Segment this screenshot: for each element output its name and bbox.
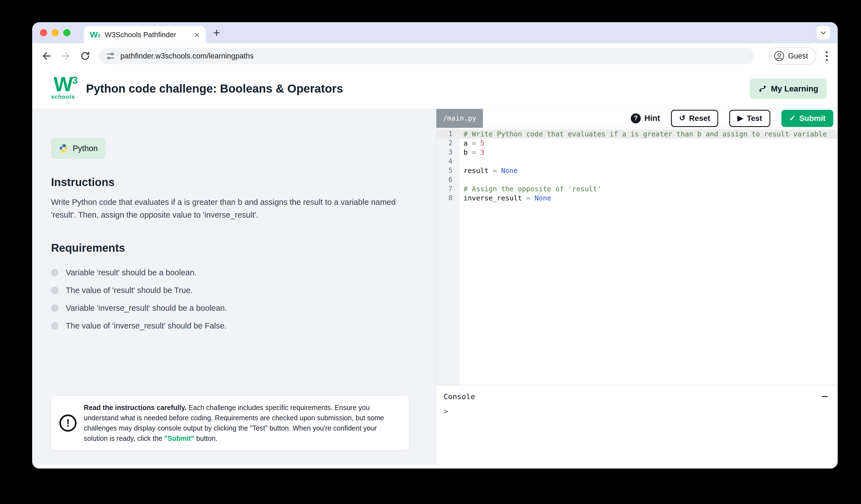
instructions-panel: Python Instructions Write Python code th… xyxy=(32,109,436,465)
note-card: ! Read the instructions carefully. Each … xyxy=(51,396,409,450)
my-learning-label: My Learning xyxy=(771,84,818,94)
code-line: 4 xyxy=(436,157,838,166)
requirement-text: The value of 'result' should be True. xyxy=(66,286,193,295)
line-number: 1 xyxy=(436,129,460,139)
code-line: 1# Write Python code that evaluates if a… xyxy=(436,129,838,139)
guest-label: Guest xyxy=(788,52,808,60)
close-window-button[interactable] xyxy=(40,29,47,36)
logo-schools: schools xyxy=(48,94,78,100)
requirement-status-dot xyxy=(51,304,58,312)
hint-label: Hint xyxy=(644,114,660,123)
submit-label: Submit xyxy=(799,114,825,123)
w3schools-logo: W3 schools xyxy=(48,73,78,104)
w3schools-favicon-icon: W3 xyxy=(90,30,100,39)
console-collapse-button[interactable]: − xyxy=(821,390,828,403)
note-lead: Read the instructions carefully. xyxy=(84,404,187,411)
exclamation-icon: ! xyxy=(59,415,77,432)
editor-actions: ? Hint ↺ Reset ▶ Test ✓ xyxy=(631,110,838,127)
line-number: 6 xyxy=(436,175,460,184)
language-badge: Python xyxy=(51,138,106,159)
code-line-text: a = 5 xyxy=(460,139,484,148)
reset-label: Reset xyxy=(689,114,710,123)
reset-icon: ↺ xyxy=(679,114,685,122)
exclamation-glyph: ! xyxy=(66,417,70,429)
learning-path-icon xyxy=(758,84,767,93)
requirement-text: Variable 'result' should be a boolean. xyxy=(66,268,197,277)
code-line: 2a = 5 xyxy=(436,139,838,148)
language-badge-label: Python xyxy=(73,144,98,153)
code-line: 7# Assign the opposite of 'result' xyxy=(436,184,838,194)
browser-tab[interactable]: W3 W3Schools Pathfinder × xyxy=(84,26,206,43)
zoom-window-button[interactable] xyxy=(63,29,70,36)
hint-button[interactable]: ? Hint xyxy=(631,113,660,123)
console-panel: Console − > xyxy=(436,385,838,468)
tab-search-button[interactable] xyxy=(817,26,830,39)
check-icon: ✓ xyxy=(789,114,795,123)
code-line-text: result = None xyxy=(460,166,518,175)
reset-button[interactable]: ↺ Reset xyxy=(671,110,718,127)
note-text: Read the instructions carefully. Each ch… xyxy=(84,403,400,444)
avatar-icon xyxy=(774,51,785,61)
browser-menu-button[interactable] xyxy=(824,50,829,62)
line-number: 3 xyxy=(436,148,460,157)
browser-tab-strip: W3 W3Schools Pathfinder × + xyxy=(32,22,838,43)
new-tab-button[interactable]: + xyxy=(213,27,220,39)
traffic-lights xyxy=(40,29,70,36)
instructions-text: Write Python code that evaluates if a is… xyxy=(51,196,412,221)
requirement-status-dot xyxy=(51,322,58,330)
code-line-text xyxy=(460,157,464,166)
site-settings-icon[interactable] xyxy=(106,51,115,61)
logo-w: W xyxy=(54,73,72,96)
requirement-status-dot xyxy=(51,286,58,294)
logo-3: 3 xyxy=(72,74,78,86)
requirements-list: Variable 'result' should be a boolean.Th… xyxy=(51,264,412,335)
test-label: Test xyxy=(747,114,762,123)
code-lines: 1# Write Python code that evaluates if a… xyxy=(436,129,838,202)
instructions-heading: Instructions xyxy=(51,176,412,188)
back-button[interactable] xyxy=(41,50,52,62)
line-number: 7 xyxy=(436,184,460,194)
test-button[interactable]: ▶ Test xyxy=(729,110,770,127)
line-number: 4 xyxy=(436,157,460,166)
reload-button[interactable] xyxy=(79,50,91,62)
note-submit-ref: "Submit" xyxy=(164,434,194,442)
file-tab-main-py[interactable]: /main.py xyxy=(436,109,483,128)
forward-button[interactable] xyxy=(60,50,71,62)
requirement-text: Variable 'inverse_result' should be a bo… xyxy=(66,304,227,313)
code-line-text: # Assign the opposite of 'result' xyxy=(460,184,601,194)
tab-title: W3Schools Pathfinder xyxy=(105,30,190,39)
code-line-text: inverse_result = None xyxy=(460,194,551,202)
code-line-text: # Write Python code that evaluates if a … xyxy=(460,129,826,139)
code-editor[interactable]: 1# Write Python code that evaluates if a… xyxy=(436,128,838,385)
page-header: W3 schools Python code challenge: Boolea… xyxy=(32,69,838,109)
python-icon xyxy=(59,144,68,153)
question-icon: ? xyxy=(631,113,641,123)
chevron-down-icon xyxy=(819,29,828,37)
code-line: 6 xyxy=(436,175,838,184)
requirement-item: Variable 'inverse_result' should be a bo… xyxy=(51,299,412,317)
minimize-window-button[interactable] xyxy=(52,29,59,36)
code-line-text: b = 3 xyxy=(460,148,484,157)
requirement-status-dot xyxy=(51,269,58,276)
console-label: Console xyxy=(443,392,475,401)
browser-window: W3 W3Schools Pathfinder × + pathfinder.w… xyxy=(32,22,838,468)
guest-profile-button[interactable]: Guest xyxy=(769,47,816,65)
console-prompt: > xyxy=(443,407,828,416)
close-tab-icon[interactable]: × xyxy=(194,30,200,39)
url-bar[interactable]: pathfinder.w3schools.com/learningpaths xyxy=(99,48,755,64)
line-number: 5 xyxy=(436,166,460,175)
main-content: Python Instructions Write Python code th… xyxy=(32,109,838,468)
code-line-text xyxy=(460,175,464,184)
browser-toolbar: pathfinder.w3schools.com/learningpaths G… xyxy=(32,43,838,69)
requirement-item: The value of 'inverse_result' should be … xyxy=(51,317,412,335)
play-icon: ▶ xyxy=(737,114,743,122)
my-learning-button[interactable]: My Learning xyxy=(750,79,826,99)
line-number: 8 xyxy=(436,194,460,202)
desktop-background: W3 W3Schools Pathfinder × + pathfinder.w… xyxy=(0,0,861,504)
requirement-text: The value of 'inverse_result' should be … xyxy=(66,321,227,331)
editor-toolbar: /main.py ? Hint ↺ Reset ▶ Test xyxy=(436,109,838,128)
requirements-heading: Requirements xyxy=(51,242,412,254)
submit-button[interactable]: ✓ Submit xyxy=(781,110,833,127)
page-title: Python code challenge: Booleans & Operat… xyxy=(86,82,343,95)
code-line: 5result = None xyxy=(436,166,838,175)
